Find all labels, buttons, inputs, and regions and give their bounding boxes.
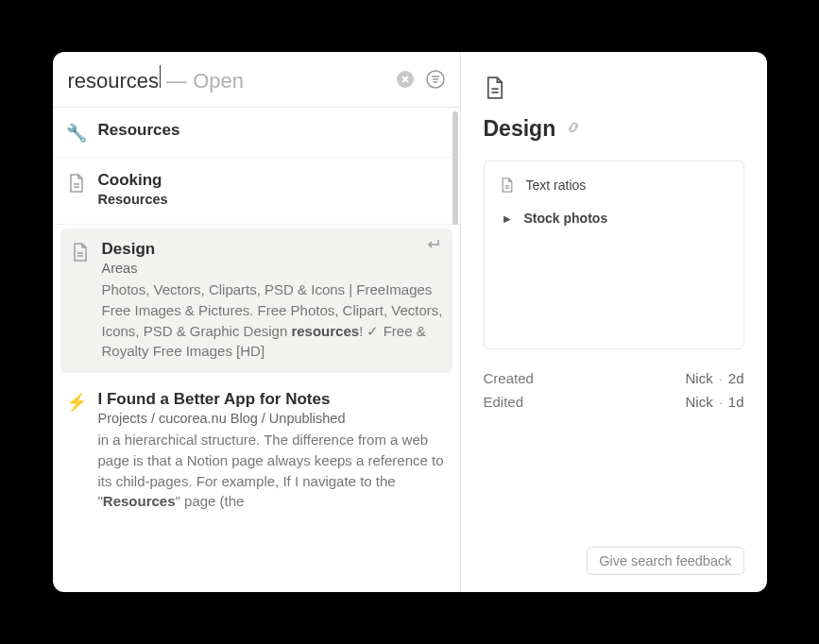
preview-title: Design (484, 116, 556, 142)
result-title: Cooking (98, 171, 445, 190)
result-subtitle: Areas (102, 261, 443, 276)
search-input[interactable]: resources — Open (68, 65, 396, 93)
search-hint: — Open (166, 69, 244, 93)
filter-icon[interactable] (426, 70, 445, 89)
page-icon (66, 173, 87, 194)
scrollbar[interactable] (452, 111, 458, 225)
result-title: Design (102, 240, 443, 259)
meta-edited: Edited Nick·1d (484, 394, 744, 410)
search-result[interactable]: 🔧 Resources (53, 108, 460, 158)
enter-icon (426, 238, 441, 255)
page-icon (70, 242, 91, 263)
search-header: resources — Open (53, 52, 460, 108)
feedback-button[interactable]: Give search feedback (587, 547, 743, 575)
meta-label: Edited (484, 394, 524, 410)
wrench-icon: 🔧 (66, 123, 87, 144)
link-icon[interactable] (565, 119, 582, 140)
text-cursor (160, 65, 161, 88)
search-left-panel: resources — Open 🔧 Resources (53, 52, 461, 592)
meta-created: Created Nick·2d (484, 370, 744, 386)
meta-label: Created (484, 370, 534, 386)
result-subtitle: Resources (98, 192, 445, 207)
preview-content: Text ratios ▶ Stock photos (484, 161, 744, 349)
search-result-selected[interactable]: Design Areas Photos, Vectors, Cliparts, … (60, 229, 452, 373)
preview-toggle-label: Stock photos (524, 211, 608, 226)
search-results: 🔧 Resources Cooking Resources (53, 108, 460, 592)
clear-search-icon[interactable] (396, 70, 415, 89)
preview-subpage[interactable]: Text ratios (500, 177, 728, 194)
search-window: resources — Open 🔧 Resources (53, 52, 767, 592)
result-snippet: Photos, Vectors, Cliparts, PSD & Icons |… (102, 280, 443, 362)
preview-panel: Design Text ratios ▶ Stock photos Create… (461, 52, 767, 592)
preview-subpage-label: Text ratios (526, 178, 587, 193)
result-title: I Found a Better App for Notes (98, 390, 445, 409)
page-icon (484, 75, 744, 105)
meta-by: Nick (685, 394, 712, 410)
bolt-icon: ⚡ (66, 392, 87, 413)
result-title: Resources (98, 121, 445, 140)
search-query-text: resources (68, 69, 160, 93)
search-result[interactable]: Cooking Resources (53, 158, 460, 225)
meta-when: 1d (728, 394, 744, 410)
search-result[interactable]: ⚡ I Found a Better App for Notes Project… (53, 377, 460, 525)
triangle-icon: ▶ (503, 213, 511, 224)
preview-toggle[interactable]: ▶ Stock photos (500, 211, 728, 226)
result-subtitle: Projects / cucorea.nu Blog / Unpublished (98, 411, 445, 426)
meta-when: 2d (728, 370, 744, 386)
result-snippet: in a hierarchical structure. The differe… (98, 430, 445, 512)
meta-by: Nick (685, 370, 712, 386)
